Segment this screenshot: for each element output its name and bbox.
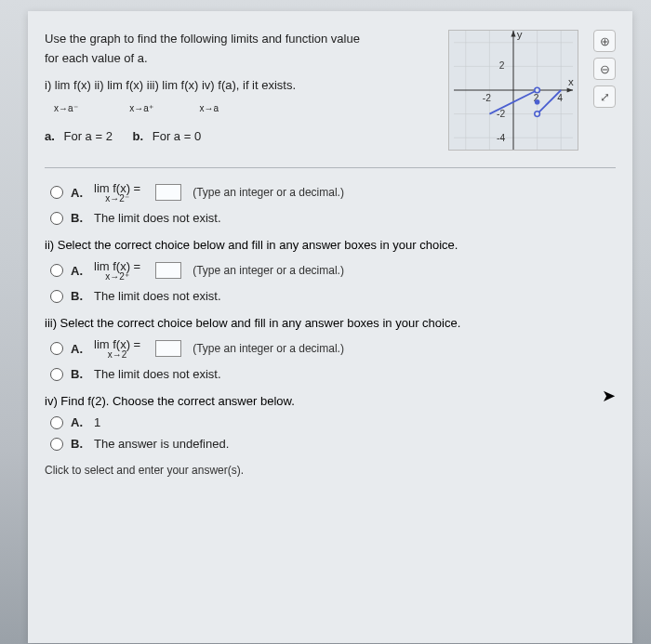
instruction-ii: ii) Select the correct choice below and …	[45, 238, 616, 252]
problem-header: Use the graph to find the following limi…	[45, 30, 616, 151]
limit-expression: lim f(x) = x→2⁺	[94, 259, 140, 282]
parts-row: a. For a = 2 b. For a = 0	[45, 127, 437, 147]
answer-input[interactable]	[155, 184, 181, 201]
radio-icon[interactable]	[50, 264, 63, 277]
svg-marker-10	[567, 87, 573, 92]
part-b-label: b.	[133, 129, 144, 143]
problem-text: Use the graph to find the following limi…	[45, 30, 437, 147]
svg-text:-2: -2	[483, 93, 491, 103]
zoom-out-icon[interactable]: ⊖	[593, 58, 616, 80]
expand-icon[interactable]: ⤢	[593, 85, 616, 108]
part-b-text: For a = 0	[153, 129, 201, 143]
choice-iv-A[interactable]: A. 1	[50, 415, 616, 429]
choice-iii-A[interactable]: A. lim f(x) = x→2 (Type an integer or a …	[50, 337, 616, 360]
svg-point-24	[535, 99, 540, 105]
choice-i-B[interactable]: B. The limit does not exist.	[50, 211, 616, 225]
svg-text:-4: -4	[497, 133, 505, 143]
divider	[45, 167, 616, 168]
part-a-text: For a = 2	[63, 129, 112, 143]
choice-iv-B[interactable]: B. The answer is undefined.	[50, 437, 616, 451]
radio-icon[interactable]	[50, 212, 63, 225]
svg-point-23	[535, 112, 540, 117]
function-graph[interactable]: x y -2 2 4 2 -2 -4	[448, 30, 578, 151]
question-ii: A. lim f(x) = x→2⁺ (Type an integer or a…	[45, 259, 616, 303]
choice-i-A[interactable]: A. lim f(x) = x→2⁻ (Type an integer or a…	[50, 181, 616, 204]
question-iv: A. 1 B. The answer is undefined.	[45, 415, 616, 451]
svg-text:x: x	[568, 76, 574, 87]
answer-input[interactable]	[155, 340, 181, 357]
svg-text:-2: -2	[497, 109, 505, 119]
radio-icon[interactable]	[50, 186, 63, 199]
instruction-iv: iv) Find f(2). Choose the correct answer…	[45, 394, 616, 408]
graph-panel: x y -2 2 4 2 -2 -4	[448, 30, 578, 151]
svg-text:2: 2	[499, 60, 505, 71]
choice-ii-B[interactable]: B. The limit does not exist.	[50, 289, 616, 303]
choice-iii-B[interactable]: B. The limit does not exist.	[50, 367, 616, 381]
limit-expression: lim f(x) = x→2	[94, 337, 140, 360]
part-a-label: a.	[45, 129, 55, 143]
svg-marker-11	[511, 31, 515, 36]
radio-icon[interactable]	[50, 416, 63, 429]
graph-toolbar: ⊕ ⊖ ⤢	[593, 30, 616, 108]
footer-instruction: Click to select and enter your answer(s)…	[45, 464, 616, 477]
limit-expression: lim f(x) = x→2⁻	[94, 181, 140, 204]
radio-icon[interactable]	[50, 290, 63, 303]
limits-definition: i) lim f(x) ii) lim f(x) iii) lim f(x) i…	[45, 76, 437, 115]
question-i: A. lim f(x) = x→2⁻ (Type an integer or a…	[45, 181, 616, 225]
svg-text:y: y	[517, 30, 523, 40]
radio-icon[interactable]	[50, 368, 63, 381]
radio-icon[interactable]	[50, 438, 63, 451]
instruction-iii: iii) Select the correct choice below and…	[45, 316, 616, 330]
answer-input[interactable]	[155, 262, 181, 279]
intro-line-2: for each value of a.	[45, 49, 437, 69]
intro-line-1: Use the graph to find the following limi…	[45, 30, 437, 49]
question-iii: A. lim f(x) = x→2 (Type an integer or a …	[45, 337, 616, 381]
svg-point-22	[535, 87, 540, 93]
zoom-in-icon[interactable]: ⊕	[593, 30, 616, 52]
choice-ii-A[interactable]: A. lim f(x) = x→2⁺ (Type an integer or a…	[50, 259, 616, 282]
worksheet-page: Use the graph to find the following limi…	[28, 11, 632, 643]
radio-icon[interactable]	[50, 342, 63, 355]
